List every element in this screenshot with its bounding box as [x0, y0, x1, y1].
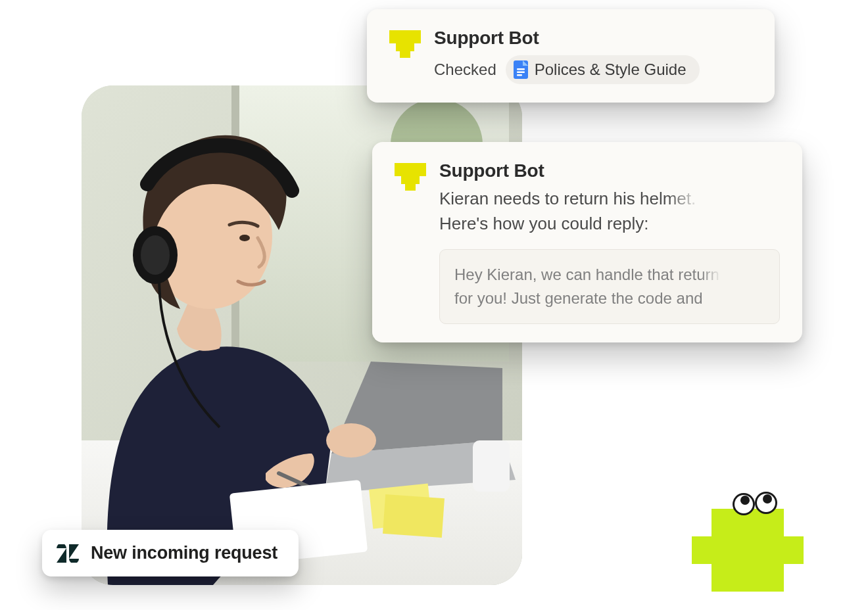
svg-point-14: [141, 235, 170, 275]
bot-name: Support Bot: [434, 28, 752, 49]
svg-rect-20: [517, 68, 525, 70]
toast-label: New incoming request: [91, 543, 277, 563]
incoming-request-toast[interactable]: New incoming request: [42, 530, 299, 576]
suggestion-description: Kieran needs to return his helmet. Here'…: [439, 187, 780, 236]
status-label: Checked: [434, 60, 496, 79]
svg-point-15: [239, 235, 250, 241]
bot-card-suggestion: Support Bot Kieran needs to return his h…: [372, 142, 802, 342]
svg-point-17: [326, 423, 376, 458]
bot-avatar-icon: [389, 30, 421, 58]
doc-chip-label: Polices & Style Guide: [535, 60, 687, 79]
svg-rect-9: [383, 494, 445, 538]
mascot-icon: [692, 489, 804, 594]
zendesk-icon: [57, 544, 79, 563]
svg-rect-18: [473, 440, 510, 492]
suggested-reply-box[interactable]: Hey Kieran, we can handle that return fo…: [439, 249, 780, 324]
doc-chip[interactable]: Polices & Style Guide: [506, 55, 700, 84]
bot-card-checked: Support Bot Checked Polices & Style Guid…: [367, 9, 775, 103]
bot-name: Support Bot: [439, 160, 780, 181]
google-doc-icon: [514, 60, 528, 79]
bot-avatar-icon: [395, 163, 426, 191]
svg-rect-22: [517, 74, 522, 76]
svg-rect-21: [517, 72, 525, 73]
